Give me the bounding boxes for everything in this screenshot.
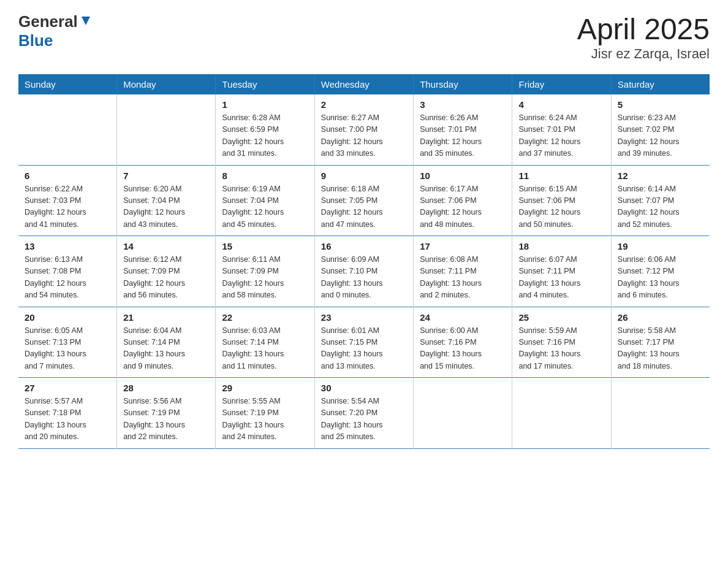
calendar-cell: 15Sunrise: 6:11 AMSunset: 7:09 PMDayligh… (216, 236, 314, 307)
day-info: Sunrise: 6:17 AMSunset: 7:06 PMDaylight:… (420, 183, 506, 231)
logo-blue-text: Blue (18, 31, 53, 50)
logo: General Blue (18, 12, 93, 50)
calendar-cell (414, 378, 512, 449)
day-info: Sunrise: 6:26 AMSunset: 7:01 PMDaylight:… (420, 112, 506, 160)
header-day-friday: Friday (512, 74, 611, 94)
day-info: Sunrise: 6:12 AMSunset: 7:09 PMDaylight:… (123, 254, 209, 302)
calendar-cell (18, 94, 117, 165)
day-number: 13 (25, 241, 110, 251)
day-number: 27 (25, 383, 110, 393)
day-number: 30 (321, 383, 407, 393)
day-number: 5 (618, 99, 703, 110)
calendar-cell: 16Sunrise: 6:09 AMSunset: 7:10 PMDayligh… (314, 236, 413, 307)
day-number: 2 (321, 99, 407, 110)
day-number: 23 (321, 312, 407, 323)
week-row-3: 13Sunrise: 6:13 AMSunset: 7:08 PMDayligh… (18, 236, 710, 307)
day-number: 8 (222, 170, 308, 181)
header-day-thursday: Thursday (414, 74, 512, 94)
day-number: 21 (123, 312, 209, 323)
calendar-cell: 17Sunrise: 6:08 AMSunset: 7:11 PMDayligh… (414, 236, 512, 307)
day-number: 14 (123, 241, 209, 251)
day-number: 16 (321, 241, 407, 251)
day-info: Sunrise: 6:01 AMSunset: 7:15 PMDaylight:… (321, 325, 407, 373)
calendar-cell: 21Sunrise: 6:04 AMSunset: 7:14 PMDayligh… (117, 307, 216, 378)
week-row-4: 20Sunrise: 6:05 AMSunset: 7:13 PMDayligh… (18, 307, 710, 378)
calendar-cell: 26Sunrise: 5:58 AMSunset: 7:17 PMDayligh… (611, 307, 710, 378)
calendar-cell: 14Sunrise: 6:12 AMSunset: 7:09 PMDayligh… (117, 236, 216, 307)
day-info: Sunrise: 6:11 AMSunset: 7:09 PMDaylight:… (222, 254, 308, 302)
day-number: 17 (420, 241, 506, 251)
page-subtitle: Jisr ez Zarqa, Israel (577, 46, 710, 62)
day-info: Sunrise: 6:06 AMSunset: 7:12 PMDaylight:… (618, 254, 703, 302)
day-number: 11 (518, 170, 604, 181)
day-number: 3 (420, 99, 506, 110)
day-info: Sunrise: 6:07 AMSunset: 7:11 PMDaylight:… (518, 254, 604, 302)
svg-marker-0 (82, 17, 90, 25)
day-number: 18 (518, 241, 604, 251)
page-header: General Blue April 2025 Jisr ez Zarqa, I… (18, 12, 710, 62)
day-info: Sunrise: 6:20 AMSunset: 7:04 PMDaylight:… (123, 183, 209, 231)
day-info: Sunrise: 6:27 AMSunset: 7:00 PMDaylight:… (321, 112, 407, 160)
day-info: Sunrise: 6:08 AMSunset: 7:11 PMDaylight:… (420, 254, 506, 302)
day-info: Sunrise: 6:13 AMSunset: 7:08 PMDaylight:… (25, 254, 110, 302)
day-info: Sunrise: 5:55 AMSunset: 7:19 PMDaylight:… (222, 396, 308, 443)
week-row-5: 27Sunrise: 5:57 AMSunset: 7:18 PMDayligh… (18, 378, 710, 449)
page-title: April 2025 (577, 12, 710, 46)
calendar-cell: 25Sunrise: 5:59 AMSunset: 7:16 PMDayligh… (512, 307, 611, 378)
header-day-saturday: Saturday (611, 74, 710, 94)
day-info: Sunrise: 6:24 AMSunset: 7:01 PMDaylight:… (518, 112, 604, 160)
header-day-monday: Monday (117, 74, 216, 94)
calendar-cell: 28Sunrise: 5:56 AMSunset: 7:19 PMDayligh… (117, 378, 216, 449)
calendar-table: SundayMondayTuesdayWednesdayThursdayFrid… (18, 74, 710, 449)
calendar-cell: 20Sunrise: 6:05 AMSunset: 7:13 PMDayligh… (18, 307, 117, 378)
day-number: 9 (321, 170, 407, 181)
day-info: Sunrise: 6:23 AMSunset: 7:02 PMDaylight:… (618, 112, 703, 160)
day-info: Sunrise: 5:56 AMSunset: 7:19 PMDaylight:… (123, 396, 209, 443)
day-number: 26 (618, 312, 703, 323)
calendar-cell: 18Sunrise: 6:07 AMSunset: 7:11 PMDayligh… (512, 236, 611, 307)
logo-general-text: General (18, 12, 78, 31)
day-number: 25 (518, 312, 604, 323)
header-row: SundayMondayTuesdayWednesdayThursdayFrid… (18, 74, 710, 94)
day-number: 19 (618, 241, 703, 251)
calendar-cell: 9Sunrise: 6:18 AMSunset: 7:05 PMDaylight… (314, 165, 413, 236)
calendar-cell: 7Sunrise: 6:20 AMSunset: 7:04 PMDaylight… (117, 165, 216, 236)
calendar-cell (611, 378, 710, 449)
calendar-cell: 4Sunrise: 6:24 AMSunset: 7:01 PMDaylight… (512, 94, 611, 165)
title-block: April 2025 Jisr ez Zarqa, Israel (577, 12, 710, 62)
day-info: Sunrise: 6:19 AMSunset: 7:04 PMDaylight:… (222, 183, 308, 231)
day-info: Sunrise: 5:58 AMSunset: 7:17 PMDaylight:… (618, 325, 703, 373)
calendar-cell (117, 94, 216, 165)
day-info: Sunrise: 6:05 AMSunset: 7:13 PMDaylight:… (25, 325, 110, 373)
day-info: Sunrise: 6:03 AMSunset: 7:14 PMDaylight:… (222, 325, 308, 373)
day-number: 15 (222, 241, 308, 251)
header-day-wednesday: Wednesday (314, 74, 413, 94)
day-number: 12 (618, 170, 703, 181)
calendar-cell: 2Sunrise: 6:27 AMSunset: 7:00 PMDaylight… (314, 94, 413, 165)
day-info: Sunrise: 5:59 AMSunset: 7:16 PMDaylight:… (518, 325, 604, 373)
week-row-2: 6Sunrise: 6:22 AMSunset: 7:03 PMDaylight… (18, 165, 710, 236)
day-number: 29 (222, 383, 308, 393)
calendar-cell: 5Sunrise: 6:23 AMSunset: 7:02 PMDaylight… (611, 94, 710, 165)
calendar-cell: 19Sunrise: 6:06 AMSunset: 7:12 PMDayligh… (611, 236, 710, 307)
day-number: 10 (420, 170, 506, 181)
day-number: 6 (25, 170, 110, 181)
week-row-1: 1Sunrise: 6:28 AMSunset: 6:59 PMDaylight… (18, 94, 710, 165)
day-info: Sunrise: 6:09 AMSunset: 7:10 PMDaylight:… (321, 254, 407, 302)
day-info: Sunrise: 6:00 AMSunset: 7:16 PMDaylight:… (420, 325, 506, 373)
day-number: 24 (420, 312, 506, 323)
day-info: Sunrise: 6:28 AMSunset: 6:59 PMDaylight:… (222, 112, 308, 160)
calendar-cell: 10Sunrise: 6:17 AMSunset: 7:06 PMDayligh… (414, 165, 512, 236)
day-number: 1 (222, 99, 308, 110)
day-number: 4 (518, 99, 604, 110)
day-number: 22 (222, 312, 308, 323)
calendar-cell: 27Sunrise: 5:57 AMSunset: 7:18 PMDayligh… (18, 378, 117, 449)
day-info: Sunrise: 6:22 AMSunset: 7:03 PMDaylight:… (25, 183, 110, 231)
day-number: 20 (25, 312, 110, 323)
calendar-cell: 12Sunrise: 6:14 AMSunset: 7:07 PMDayligh… (611, 165, 710, 236)
day-info: Sunrise: 6:15 AMSunset: 7:06 PMDaylight:… (518, 183, 604, 231)
day-info: Sunrise: 6:14 AMSunset: 7:07 PMDaylight:… (618, 183, 703, 231)
header-day-tuesday: Tuesday (216, 74, 314, 94)
calendar-cell (512, 378, 611, 449)
calendar-cell: 1Sunrise: 6:28 AMSunset: 6:59 PMDaylight… (216, 94, 314, 165)
